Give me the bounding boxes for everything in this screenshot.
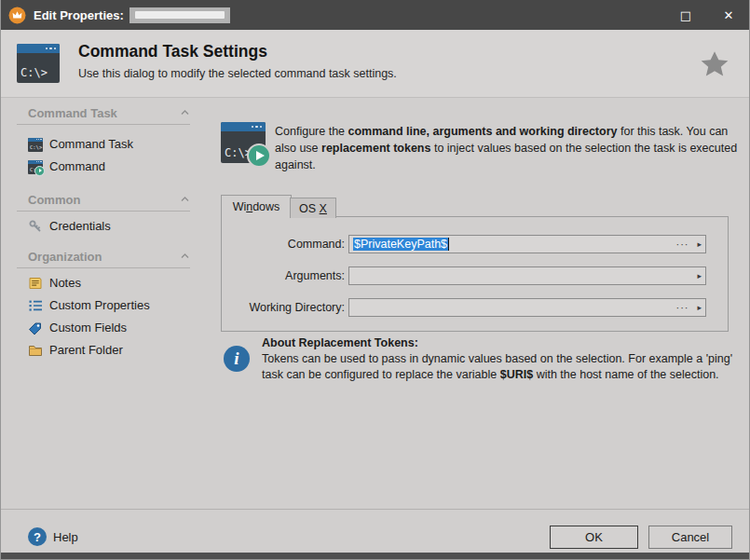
intro-text: Configure the command line, arguments an… bbox=[275, 124, 739, 173]
command-field-label: Command: bbox=[227, 238, 345, 251]
dialog-header: C:\> Command Task Settings Use this dial… bbox=[0, 30, 750, 98]
notes-icon bbox=[28, 276, 43, 291]
sidebar-section-organization[interactable]: Organization bbox=[28, 249, 189, 264]
info-icon: i bbox=[224, 346, 250, 372]
sidebar-section-command-task[interactable]: Command Task bbox=[28, 105, 189, 120]
ok-button[interactable]: OK bbox=[550, 526, 638, 549]
favorite-star-icon[interactable] bbox=[698, 48, 731, 80]
sidebar-item-label: Command Task bbox=[49, 137, 133, 151]
command-input[interactable]: $PrivateKeyPath$ ··· ▸ bbox=[348, 235, 706, 253]
sidebar-item-label: Credentials bbox=[49, 219, 111, 233]
sidebar-item-label: Notes bbox=[49, 276, 81, 290]
section-label: Command Task bbox=[28, 106, 117, 120]
page-title: Command Task Settings bbox=[78, 42, 267, 61]
sidebar-item-custom-fields[interactable]: Custom Fields bbox=[28, 320, 127, 335]
page-subtitle: Use this dialog to modify the selected c… bbox=[78, 67, 397, 80]
list-icon bbox=[28, 298, 43, 313]
tab-osx[interactable]: OS X bbox=[290, 198, 336, 218]
sidebar-item-command-task[interactable]: C:\> Command Task bbox=[28, 136, 133, 152]
command-run-large-icon: C:\> bbox=[221, 122, 266, 163]
command-task-icon: C:\> bbox=[28, 137, 43, 152]
sidebar-item-label: Custom Fields bbox=[49, 321, 127, 335]
folder-icon bbox=[28, 343, 43, 358]
section-label: Organization bbox=[28, 250, 102, 264]
token-arrow-icon[interactable]: ▸ bbox=[697, 303, 702, 312]
command-prompt-icon: C:\> bbox=[17, 44, 60, 83]
sidebar-item-label: Custom Properties bbox=[49, 298, 150, 312]
token-arrow-icon[interactable]: ▸ bbox=[697, 239, 702, 249]
arguments-field-label: Arguments: bbox=[227, 269, 345, 282]
app-logo-icon bbox=[8, 7, 26, 24]
sidebar: Command Task C:\> Command Task C:\> C bbox=[0, 98, 210, 508]
chevron-up-icon bbox=[181, 253, 189, 259]
tag-icon bbox=[28, 321, 43, 335]
maximize-button[interactable]: □ bbox=[664, 0, 707, 30]
cancel-button[interactable]: Cancel bbox=[648, 526, 732, 549]
browse-ellipsis-button[interactable]: ··· bbox=[675, 239, 689, 250]
help-button[interactable]: ? Help bbox=[28, 527, 78, 546]
sidebar-item-label: Command bbox=[49, 159, 105, 173]
window-title: Edit Properties: bbox=[34, 8, 124, 22]
close-button[interactable]: ✕ bbox=[707, 0, 750, 30]
redacted-title-text bbox=[130, 7, 230, 23]
key-icon bbox=[28, 219, 43, 234]
sidebar-item-notes[interactable]: Notes bbox=[28, 275, 81, 291]
titlebar: Edit Properties: □ ✕ bbox=[0, 0, 750, 30]
window-bottom-edge bbox=[0, 553, 750, 560]
sidebar-item-command[interactable]: C:\> Command bbox=[28, 158, 105, 174]
windows-tab-panel: Command: $PrivateKeyPath$ ··· ▸ Argument… bbox=[221, 216, 729, 332]
working-directory-field-label: Working Directory: bbox=[227, 301, 345, 314]
section-label: Common bbox=[28, 193, 80, 207]
about-heading: About Replacement Tokens: bbox=[262, 336, 418, 349]
command-input-value: $PrivateKeyPath$ bbox=[353, 238, 449, 251]
footer-separator bbox=[0, 509, 750, 510]
tab-windows[interactable]: Windows bbox=[221, 195, 292, 218]
about-text: Tokens can be used to pass in dynamic va… bbox=[262, 351, 733, 383]
token-arrow-icon[interactable]: ▸ bbox=[697, 271, 702, 280]
help-question-icon: ? bbox=[28, 527, 47, 546]
command-run-icon: C:\> bbox=[28, 159, 43, 174]
working-directory-input[interactable]: ··· ▸ bbox=[348, 298, 706, 317]
browse-ellipsis-button[interactable]: ··· bbox=[675, 302, 689, 313]
sidebar-item-label: Parent Folder bbox=[49, 343, 123, 357]
sidebar-item-custom-properties[interactable]: Custom Properties bbox=[28, 297, 150, 313]
sidebar-section-common[interactable]: Common bbox=[28, 192, 189, 207]
sidebar-item-credentials[interactable]: Credentials bbox=[28, 218, 111, 234]
sidebar-item-parent-folder[interactable]: Parent Folder bbox=[28, 342, 123, 358]
arguments-input[interactable]: ▸ bbox=[348, 266, 706, 285]
chevron-up-icon bbox=[181, 110, 189, 116]
help-label: Help bbox=[53, 530, 78, 544]
chevron-up-icon bbox=[181, 197, 189, 202]
